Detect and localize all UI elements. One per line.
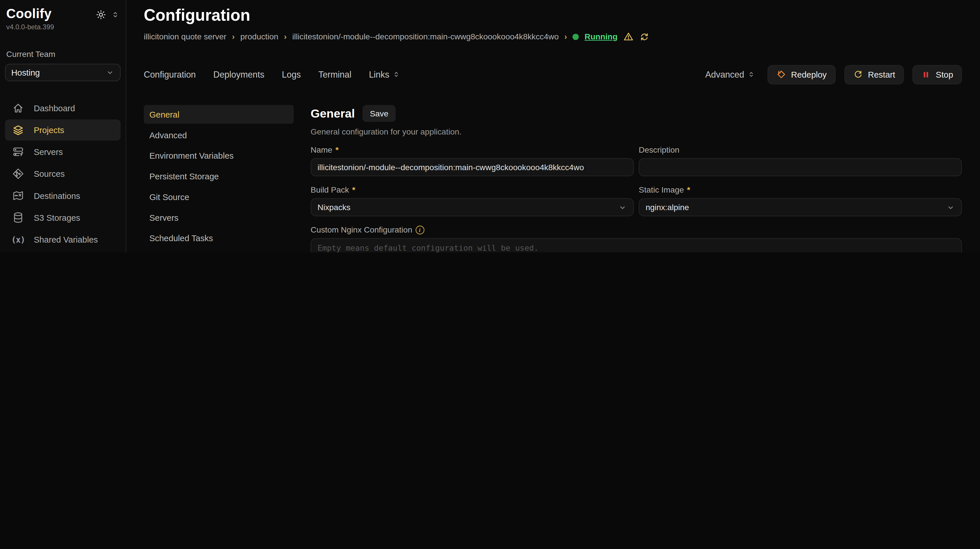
breadcrumb-application[interactable]: illicitestonion/-module--decomposition:m…: [292, 32, 559, 41]
required-asterisk: *: [687, 185, 690, 194]
section-heading-general: General: [311, 107, 355, 121]
breadcrumb-project[interactable]: illicitonion quote server: [144, 32, 226, 41]
database-icon: [12, 211, 24, 224]
submenu-git-source[interactable]: Git Source: [144, 188, 294, 206]
breadcrumb-separator: ›: [284, 32, 286, 41]
map-icon: [12, 189, 24, 202]
breadcrumb-environment[interactable]: production: [240, 32, 278, 41]
sidebar-item-notifications[interactable]: Notifications: [5, 251, 121, 252]
stop-button[interactable]: Stop: [913, 65, 962, 84]
chevron-down-icon: [618, 203, 627, 212]
chevrons-updown-icon: [747, 71, 755, 78]
server-icon: [12, 146, 24, 158]
theme-switcher-chevrons-icon[interactable]: [111, 11, 119, 19]
restart-button[interactable]: Restart: [844, 65, 904, 84]
name-label: Name*: [311, 145, 634, 154]
status-link[interactable]: Running: [585, 32, 617, 41]
description-label: Description: [639, 145, 962, 154]
sidebar-item-dashboard[interactable]: Dashboard: [5, 97, 121, 119]
sidebar: Coolify v4.0.0-beta.399 Current Team Hos…: [0, 0, 126, 252]
breadcrumb-separator: ›: [232, 32, 234, 41]
tab-deployments[interactable]: Deployments: [213, 69, 264, 80]
sidebar-item-sources[interactable]: Sources: [5, 163, 121, 185]
sidebar-item-label: Shared Variables: [33, 235, 98, 244]
sidebar-item-projects[interactable]: Projects: [5, 119, 121, 140]
status-dot-icon: [573, 33, 579, 40]
submenu-persistent-storage[interactable]: Persistent Storage: [144, 167, 294, 186]
submenu-servers[interactable]: Servers: [144, 208, 294, 227]
theme-sun-icon[interactable]: [96, 10, 107, 20]
tab-configuration[interactable]: Configuration: [144, 69, 196, 80]
tab-logs[interactable]: Logs: [282, 69, 301, 80]
team-select-value: Hosting: [11, 68, 40, 77]
stop-pause-icon: [921, 70, 931, 79]
sidebar-item-label: Servers: [33, 147, 63, 157]
general-form: General Save General configuration for y…: [294, 105, 962, 252]
current-team-label: Current Team: [6, 49, 121, 59]
build-pack-label: Build Pack*: [311, 185, 634, 194]
chevron-down-icon: [106, 68, 115, 77]
sidebar-item-label: Dashboard: [33, 103, 75, 113]
brand-logo: Coolify: [6, 6, 52, 21]
build-pack-select[interactable]: Nixpacks: [311, 198, 634, 216]
sidebar-item-label: Projects: [33, 125, 64, 135]
warning-triangle-icon[interactable]: [623, 31, 634, 42]
name-input[interactable]: [311, 158, 634, 176]
advanced-menu[interactable]: Advanced: [705, 69, 755, 80]
sidebar-item-shared-variables[interactable]: (x) Shared Variables: [5, 229, 121, 250]
variable-icon: (x): [12, 233, 24, 245]
redeploy-button[interactable]: Redeploy: [767, 65, 835, 84]
sidebar-item-servers[interactable]: Servers: [5, 141, 121, 162]
breadcrumb: illicitonion quote server › production ›…: [144, 31, 962, 42]
static-image-label: Static Image*: [639, 185, 962, 194]
submenu-general[interactable]: General: [144, 105, 294, 124]
tab-terminal[interactable]: Terminal: [318, 69, 352, 80]
breadcrumb-separator: ›: [565, 32, 567, 41]
layers-icon: [12, 124, 24, 136]
sidebar-item-s3-storages[interactable]: S3 Storages: [5, 207, 121, 228]
static-image-select[interactable]: nginx:alpine: [639, 198, 962, 216]
chevrons-updown-icon: [393, 71, 400, 78]
main-content: Configuration illicitonion quote server …: [126, 0, 980, 252]
sidebar-item-label: S3 Storages: [33, 213, 80, 223]
restart-icon: [853, 69, 863, 80]
config-submenu: General Advanced Environment Variables P…: [144, 105, 294, 252]
required-asterisk: *: [352, 185, 355, 194]
coolify-app: Coolify v4.0.0-beta.399 Current Team Hos…: [0, 0, 980, 252]
info-icon[interactable]: i: [415, 225, 424, 234]
page-title: Configuration: [144, 5, 962, 25]
git-icon: [12, 167, 24, 180]
submenu-webhooks[interactable]: Webhooks: [144, 250, 294, 252]
tabs-row: Configuration Deployments Logs Terminal …: [144, 64, 962, 84]
redeploy-icon: [776, 69, 786, 80]
submenu-environment-variables[interactable]: Environment Variables: [144, 146, 294, 165]
header-actions: Advanced Redeploy Restart Stop: [705, 65, 962, 84]
team-select[interactable]: Hosting: [5, 64, 121, 81]
refresh-icon[interactable]: [640, 32, 649, 42]
sidebar-item-label: Sources: [33, 169, 65, 178]
description-input[interactable]: [639, 158, 962, 176]
sidebar-item-destinations[interactable]: Destinations: [5, 185, 121, 206]
nginx-config-label: Custom Nginx Configurationi: [311, 225, 962, 234]
app-version: v4.0.0-beta.399: [5, 21, 121, 31]
tab-links[interactable]: Links: [369, 69, 400, 80]
home-icon: [12, 102, 24, 114]
required-asterisk: *: [336, 145, 339, 154]
nginx-config-textarea[interactable]: [311, 238, 962, 252]
chevron-down-icon: [947, 203, 955, 212]
submenu-scheduled-tasks[interactable]: Scheduled Tasks: [144, 229, 294, 247]
section-subtitle: General configuration for your applicati…: [311, 127, 962, 136]
save-button[interactable]: Save: [363, 105, 396, 122]
submenu-advanced[interactable]: Advanced: [144, 126, 294, 144]
sidebar-item-label: Destinations: [33, 191, 80, 201]
sidebar-nav: Dashboard Projects Servers Sources: [5, 97, 121, 252]
